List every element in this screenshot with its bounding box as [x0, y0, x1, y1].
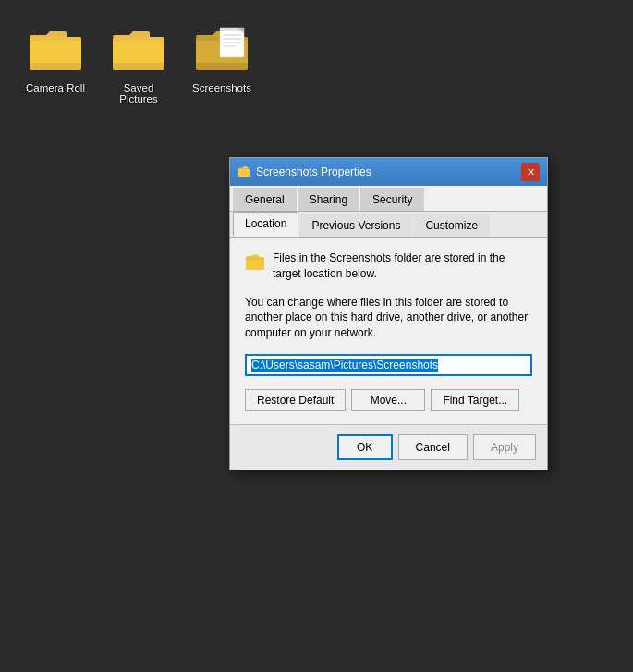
restore-default-button[interactable]: Restore Default	[245, 389, 346, 411]
tab-sharing[interactable]: Sharing	[298, 188, 359, 211]
dialog-title-folder-icon	[237, 165, 250, 178]
ok-button[interactable]: OK	[337, 434, 393, 460]
saved-pictures-folder[interactable]: Saved Pictures	[102, 18, 176, 105]
path-input[interactable]	[245, 354, 532, 376]
tab-general[interactable]: General	[233, 188, 297, 211]
screenshots-folder-icon	[192, 18, 251, 78]
svg-rect-8	[196, 63, 248, 70]
svg-rect-4	[113, 37, 164, 41]
tab-customize[interactable]: Customize	[413, 214, 490, 237]
saved-pictures-folder-icon	[109, 18, 168, 78]
cancel-button[interactable]: Cancel	[398, 434, 468, 460]
dialog-body: Files in the Screenshots folder are stor…	[230, 238, 547, 424]
tab-security[interactable]: Security	[360, 188, 424, 211]
dialog-tabs-row2: Location Previous Versions Customize	[230, 212, 547, 238]
dialog-footer: OK Cancel Apply	[230, 424, 547, 470]
location-description-2: You can change where files in this folde…	[245, 295, 532, 341]
dialog-titlebar[interactable]: Screenshots Properties ✕	[230, 158, 547, 186]
location-header: Files in the Screenshots folder are stor…	[245, 250, 532, 282]
svg-rect-17	[238, 169, 250, 177]
desktop-icons: Camera Roll Saved Pictures	[0, 0, 633, 124]
location-folder-icon	[245, 252, 265, 273]
dialog-title: Screenshots Properties	[256, 165, 521, 178]
dialog-tabs-row1: General Sharing Security	[230, 186, 547, 212]
find-target-button[interactable]: Find Target...	[431, 389, 519, 411]
camera-roll-folder-icon	[26, 18, 85, 78]
saved-pictures-label: Saved Pictures	[102, 81, 176, 105]
svg-rect-2	[30, 63, 81, 70]
camera-roll-folder[interactable]: Camera Roll	[18, 18, 92, 94]
svg-rect-19	[246, 257, 264, 260]
location-description-1: Files in the Screenshots folder are stor…	[273, 250, 532, 282]
tab-previous-versions[interactable]: Previous Versions	[299, 214, 412, 237]
camera-roll-label: Camera Roll	[24, 81, 87, 94]
screenshots-folder[interactable]: Screenshots	[185, 18, 259, 94]
dialog-close-button[interactable]: ✕	[521, 163, 540, 181]
tab-location[interactable]: Location	[233, 212, 298, 237]
apply-button[interactable]: Apply	[473, 434, 536, 460]
desktop: Camera Roll Saved Pictures	[0, 0, 633, 672]
svg-rect-1	[30, 37, 81, 41]
svg-rect-5	[113, 63, 164, 70]
screenshots-properties-dialog: Screenshots Properties ✕ General Sharing…	[229, 157, 548, 470]
action-buttons: Restore Default Move... Find Target...	[245, 389, 532, 411]
move-button[interactable]: Move...	[351, 389, 425, 411]
screenshots-label: Screenshots	[190, 81, 253, 94]
